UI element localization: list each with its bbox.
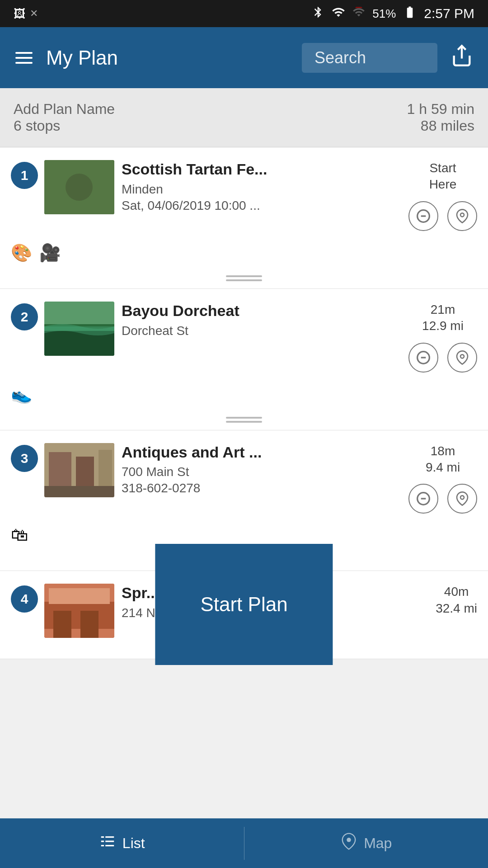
map-tab[interactable]: Map [244, 819, 488, 868]
svg-rect-20 [99, 450, 112, 491]
stop-name-3: Antiques and Art ... [122, 443, 401, 462]
stop-address-3: 700 Main St [122, 465, 401, 479]
stop-start-label-1: Start Here [429, 160, 457, 193]
map-stop-1-button[interactable] [447, 201, 477, 231]
stop-content-1: 1 Scottish Tartan Fe... Minden Sat, 04/0… [11, 160, 477, 238]
bluetooth-icon [312, 6, 324, 22]
stop-content-3: 3 Antiques and Art ... 700 Main St 318-6… [11, 443, 477, 521]
stop-right-3: 18m 9.4 mi [408, 443, 477, 514]
svg-point-24 [460, 496, 464, 500]
drag-handle-1[interactable] [11, 271, 477, 288]
stop-icons-1: 🎨 🎥 [11, 238, 477, 271]
shopping-icon: 🛍 [11, 525, 28, 545]
stop-badge-1: 1 [11, 162, 38, 189]
stop-item-1: 1 Scottish Tartan Fe... Minden Sat, 04/0… [0, 147, 488, 289]
plan-name[interactable]: Add Plan Name [14, 101, 115, 118]
stop-actions-3 [408, 484, 477, 514]
menu-button[interactable] [11, 47, 37, 68]
stop-name-2: Bayou Dorcheat [122, 302, 401, 320]
signal-icon [352, 6, 365, 22]
svg-rect-35 [105, 845, 114, 846]
stop-info-2: Bayou Dorcheat Dorcheat St [122, 302, 401, 340]
svg-rect-27 [49, 588, 110, 604]
map-icon [340, 833, 357, 854]
stop-location-2: Dorcheat St [122, 324, 401, 338]
list-tab-label: List [122, 835, 145, 852]
stops-list: 1 Scottish Tartan Fe... Minden Sat, 04/0… [0, 147, 488, 659]
stop-image-3 [44, 443, 114, 497]
stop-number-image-3: 3 [11, 443, 114, 497]
start-plan-button[interactable]: Start Plan [155, 544, 333, 665]
map-stop-3-button[interactable] [447, 484, 477, 514]
stop-image-2 [44, 302, 114, 356]
stop-item-4: 4 Spr... 214 N Main St #3248 40m [0, 571, 488, 659]
svg-rect-33 [105, 840, 114, 842]
svg-point-4 [85, 171, 103, 189]
svg-rect-19 [76, 457, 94, 488]
svg-rect-2 [44, 187, 114, 214]
plan-stops: 6 stops [14, 118, 115, 134]
stop-location-1: Minden [122, 182, 401, 197]
stop-distance-3: 18m 9.4 mi [426, 443, 460, 476]
top-navigation: My Plan [0, 27, 488, 88]
plan-summary: Add Plan Name 6 stops 1 h 59 min 88 mile… [0, 88, 488, 147]
svg-rect-6 [67, 183, 92, 186]
stop-item-2: 2 Bayou Dorcheat Dorcheat St 21m [0, 289, 488, 430]
stop-phone-3: 318-602-0278 [122, 481, 401, 495]
svg-rect-5 [71, 178, 85, 214]
status-bar: 🖼 ✕ 51% 2:57 PM [0, 0, 488, 27]
plan-summary-right: 1 h 59 min 88 miles [407, 101, 474, 134]
svg-point-36 [347, 838, 351, 842]
stop-badge-4: 4 [11, 585, 38, 613]
stop-number-image-2: 2 [11, 302, 114, 356]
svg-rect-1 [44, 160, 114, 214]
remove-stop-3-button[interactable] [408, 484, 438, 514]
stop-right-1: Start Here [408, 160, 477, 231]
stop-info-3: Antiques and Art ... 700 Main St 318-602… [122, 443, 401, 496]
arts-icon: 🎨 [11, 243, 32, 263]
bottom-navigation: List Map [0, 818, 488, 868]
close-icon: ✕ [30, 8, 38, 19]
stop-actions-2 [408, 343, 477, 373]
stop-actions-1 [408, 201, 477, 231]
stop-right-4: 40m 32.4 mi [436, 584, 477, 617]
stop-distance-4: 40m 32.4 mi [436, 584, 477, 617]
drag-handle-2[interactable] [11, 412, 477, 430]
page-title: My Plan [46, 47, 293, 69]
share-button[interactable] [446, 40, 477, 75]
search-input[interactable] [302, 43, 437, 73]
plan-duration: 1 h 59 min [407, 101, 474, 118]
walking-icon: 👟 [11, 384, 32, 404]
remove-stop-1-button[interactable] [408, 201, 438, 231]
map-tab-label: Map [364, 835, 392, 852]
remove-stop-2-button[interactable] [408, 343, 438, 373]
list-icon [99, 833, 116, 854]
photo-icon: 🖼 [14, 7, 25, 21]
svg-point-16 [460, 354, 464, 358]
stop-right-2: 21m 12.9 mi [408, 302, 477, 373]
svg-rect-21 [44, 486, 114, 497]
svg-rect-18 [49, 452, 71, 488]
stop-badge-3: 3 [11, 445, 38, 472]
battery-icon [403, 5, 417, 22]
plan-summary-left: Add Plan Name 6 stops [14, 101, 115, 134]
stop-badge-2: 2 [11, 303, 38, 330]
stop-image-1 [44, 160, 114, 214]
map-stop-2-button[interactable] [447, 343, 477, 373]
status-right: 51% 2:57 PM [312, 5, 474, 22]
svg-rect-30 [101, 836, 104, 838]
svg-rect-29 [80, 611, 99, 638]
svg-rect-34 [101, 845, 104, 846]
stop-info-1: Scottish Tartan Fe... Minden Sat, 04/06/… [122, 160, 401, 213]
status-left: 🖼 ✕ [14, 7, 38, 21]
stop-content-2: 2 Bayou Dorcheat Dorcheat St 21m [11, 302, 477, 380]
svg-rect-31 [105, 836, 114, 838]
battery-percentage: 51% [372, 7, 396, 21]
list-tab[interactable]: List [0, 819, 244, 868]
wifi-icon [332, 5, 345, 22]
svg-point-3 [51, 174, 74, 196]
film-icon: 🎥 [39, 243, 61, 263]
time-display: 2:57 PM [424, 6, 474, 21]
stop-icons-2: 👟 [11, 380, 477, 412]
stop-number-image-1: 1 [11, 160, 114, 214]
